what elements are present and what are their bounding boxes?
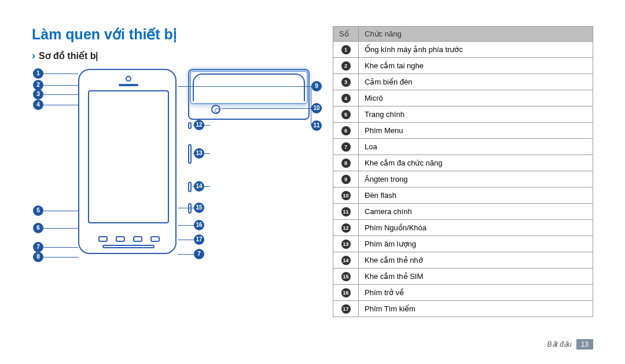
callout-badge: 12 [194,120,204,130]
page-footer: Bắt đầu 13 [547,339,593,350]
callout-badge: 14 [194,181,204,192]
number-badge: 14 [341,256,351,265]
subtitle-row: › Sơ đồ thiết bị [32,50,310,62]
table-cell-num: 6 [333,123,359,139]
table-cell-num: 2 [333,58,359,74]
table-cell-num: 3 [333,74,359,90]
table-cell-func: Cảm biến đèn [359,74,593,90]
table-cell-func: Camera chính [359,204,593,220]
callout-badge: 11 [311,120,322,131]
earpiece-slot [119,84,138,86]
callout-badge: 8 [33,252,43,262]
document-page: Làm quen với thiết bị › Sơ đồ thiết bị [0,0,625,364]
table-cell-func: Phím Menu [359,123,593,139]
table-row: 14Khe cắm thẻ nhớ [333,252,593,269]
callout-badge: 16 [194,220,204,230]
chevron-right-icon: › [32,50,35,62]
table-cell-func: Phím âm lượng [359,236,593,252]
table-row: 13Phím âm lượng [333,236,593,252]
table-row: 3Cảm biến đèn [333,74,593,90]
leader-line [43,257,78,258]
tablet-front-outline [78,69,177,254]
leader-line [178,225,195,226]
table-header-func: Chức năng [359,27,593,42]
number-badge: 12 [341,223,351,233]
number-badge: 16 [341,288,351,297]
table-cell-func: Ăngten trong [359,171,593,187]
callout-badge: 13 [194,148,204,159]
hard-button [150,236,160,242]
tablet-top-shell [193,73,305,101]
callout-badge: 6 [33,223,43,233]
table-cell-func: Phím Nguồn/Khóa [359,220,593,236]
leader-line [178,240,195,240]
leader-line [43,94,78,95]
hard-button [98,236,108,242]
leader-line [43,105,78,105]
leader-line [43,211,78,211]
table-row: 2Khe cắm tai nghe [333,58,593,74]
number-badge: 8 [341,159,351,168]
table-cell-func: Loa [359,139,593,155]
table-row: 8Khe cắm đa chức năng [333,155,593,171]
table-cell-func: Khe cắm thẻ nhớ [359,252,593,269]
side-slot [188,203,192,214]
table-cell-func: Khe cắm tai nghe [359,58,593,74]
leader-line [178,254,195,255]
callout-badge: 5 [33,205,43,216]
number-badge: 15 [341,272,351,281]
table-cell-func: Phím trở về [359,285,593,301]
table-cell-num: 15 [333,269,359,285]
number-badge: 1 [341,45,351,54]
callout-badge: 9 [311,81,322,91]
leader-line [43,228,78,229]
rear-camera-icon [211,105,220,114]
side-button [188,144,192,164]
table-cell-num: 7 [333,139,359,155]
leader-line [222,108,311,109]
leader-line [43,85,78,86]
table-row: 15Khe cắm thẻ SIM [333,269,593,285]
side-slot [188,182,192,192]
table-cell-num: 10 [333,187,359,204]
table-cell-num: 5 [333,106,359,123]
leader-line [43,73,78,74]
table-row: 9Ăngten trong [333,171,593,187]
table-cell-num: 9 [333,171,359,187]
number-badge: 2 [341,61,351,71]
number-badge: 6 [341,126,351,135]
table-row: 10Đèn flash [333,187,593,204]
table-cell-num: 17 [333,301,359,317]
hard-button [133,236,142,242]
callout-badge: 15 [194,203,204,213]
table-cell-num: 16 [333,285,359,301]
number-badge: 10 [341,191,351,200]
callout-badge: 3 [33,89,43,100]
table-header-num: Số [333,27,359,42]
hard-button [116,236,125,242]
device-diagram: 1 2 3 4 5 6 7 8 9 10 11 12 13 14 15 16 1… [32,69,310,277]
table-cell-num: 4 [333,90,359,106]
table-cell-num: 12 [333,220,359,236]
leader-line [178,208,195,208]
front-camera-dot [126,76,131,82]
table-cell-func: Khe cắm thẻ SIM [359,269,593,285]
leader-line [43,247,78,248]
number-badge: 7 [341,142,351,152]
table-cell-func: Đèn flash [359,187,593,204]
table-row: 5Trang chính [333,106,593,123]
footer-section: Bắt đầu [547,340,572,348]
subtitle: Sơ đồ thiết bị [39,50,98,61]
number-badge: 9 [341,175,351,184]
callout-badge: 4 [33,100,43,110]
callout-badge: 17 [194,234,204,245]
number-badge: 4 [341,94,351,103]
number-badge: 17 [341,304,351,314]
callout-badge: 1 [33,68,43,79]
table-cell-num: 8 [333,155,359,171]
page-heading: Làm quen với thiết bị [32,26,310,43]
callout-badge: 7 [33,242,43,252]
table-cell-num: 1 [333,42,359,58]
page-number: 13 [576,339,593,350]
table-row: 1Ống kính máy ảnh phía trước [333,42,593,58]
